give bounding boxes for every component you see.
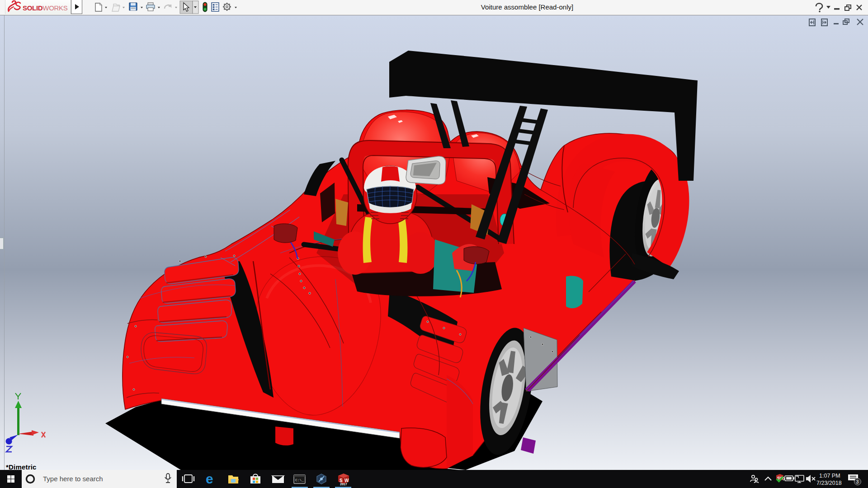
svg-text:7/23/2018: 7/23/2018 (816, 480, 842, 486)
svg-text:3: 3 (856, 479, 859, 484)
svg-text:SOLIDWORKS: SOLIDWORKS (23, 4, 68, 12)
svg-text:1:07 PM: 1:07 PM (819, 473, 840, 479)
svg-text:e: e (206, 471, 213, 486)
svg-text:C:\_: C:\_ (295, 478, 304, 482)
svg-text:2017: 2017 (340, 483, 347, 486)
